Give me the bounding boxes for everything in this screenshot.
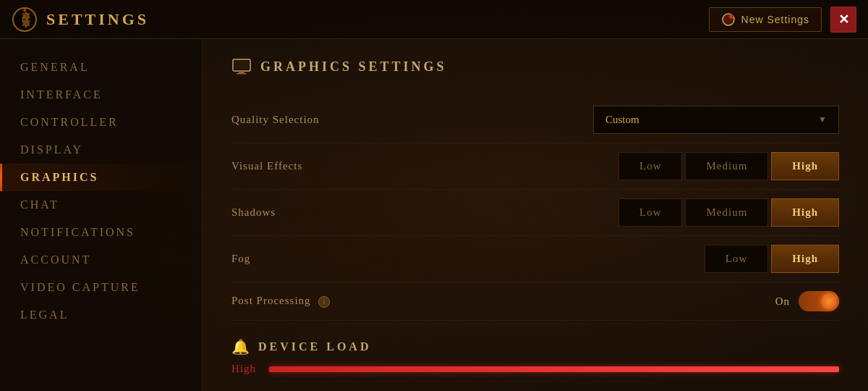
graphics-section-icon bbox=[231, 56, 252, 77]
new-settings-icon bbox=[721, 12, 736, 27]
fog-row: Fog Low High bbox=[231, 236, 839, 282]
svg-point-4 bbox=[729, 14, 733, 19]
top-bar: SETTINGS New Settings ✕ bbox=[0, 0, 868, 39]
top-bar-left: SETTINGS bbox=[12, 7, 149, 33]
sidebar-item-general[interactable]: GENERAL bbox=[0, 54, 202, 81]
fog-low-btn[interactable]: Low bbox=[705, 245, 769, 273]
quality-dropdown-value: Custom bbox=[605, 114, 639, 126]
sidebar: GENERAL INTERFACE CONTROLLER DISPLAY GRA… bbox=[0, 39, 203, 391]
svg-point-1 bbox=[22, 17, 27, 22]
visual-effects-label: Visual Effects bbox=[231, 160, 302, 172]
device-load-section: 🔔 DEVICE LOAD High bbox=[231, 338, 839, 375]
sidebar-item-account[interactable]: ACCOUNT bbox=[0, 246, 202, 274]
visual-effects-controls: Low Medium High bbox=[618, 152, 839, 180]
svg-rect-7 bbox=[239, 71, 244, 73]
shadows-high-btn[interactable]: High bbox=[771, 198, 839, 227]
svg-rect-8 bbox=[237, 73, 247, 75]
svg-rect-6 bbox=[234, 61, 249, 70]
post-processing-toggle-container: On bbox=[775, 291, 839, 311]
sidebar-item-graphics[interactable]: GRAPHICS bbox=[0, 164, 202, 191]
toggle-knob bbox=[821, 293, 837, 309]
visual-effects-row: Visual Effects Low Medium High bbox=[231, 143, 839, 190]
visual-effects-low-btn[interactable]: Low bbox=[618, 152, 683, 180]
sidebar-item-chat[interactable]: CHAT bbox=[0, 191, 202, 219]
fog-high-btn[interactable]: High bbox=[771, 245, 839, 273]
device-load-bar bbox=[269, 366, 839, 372]
device-load-header: 🔔 DEVICE LOAD bbox=[231, 338, 839, 356]
visual-effects-medium-btn[interactable]: Medium bbox=[685, 152, 768, 180]
top-bar-right: New Settings ✕ bbox=[709, 7, 856, 33]
post-processing-toggle[interactable] bbox=[799, 291, 839, 311]
sidebar-item-display[interactable]: DISPLAY bbox=[0, 136, 202, 164]
post-processing-row: Post Processing i On bbox=[231, 282, 839, 321]
section-title: GRAPHICS SETTINGS bbox=[260, 59, 447, 75]
sidebar-item-controller[interactable]: CONTROLLER bbox=[0, 109, 202, 136]
device-load-icon: 🔔 bbox=[231, 338, 250, 356]
sidebar-item-legal[interactable]: LEGAL bbox=[0, 301, 202, 329]
device-load-title: DEVICE LOAD bbox=[258, 340, 371, 353]
shadows-label: Shadows bbox=[231, 206, 276, 219]
fog-controls: Low High bbox=[705, 245, 839, 273]
quality-selection-label: Quality Selection bbox=[231, 114, 320, 126]
main-content: GENERAL INTERFACE CONTROLLER DISPLAY GRA… bbox=[0, 39, 868, 391]
fog-label: Fog bbox=[231, 253, 250, 265]
gear-icon bbox=[12, 7, 38, 33]
settings-title: SETTINGS bbox=[46, 10, 149, 29]
device-load-bar-row: High bbox=[231, 363, 839, 375]
device-load-level: High bbox=[231, 363, 258, 375]
shadows-low-btn[interactable]: Low bbox=[618, 198, 683, 227]
shadows-medium-btn[interactable]: Medium bbox=[685, 198, 768, 227]
quality-selection-row: Quality Selection Custom ▼ bbox=[231, 97, 839, 143]
post-processing-info-icon[interactable]: i bbox=[318, 296, 330, 308]
new-settings-button[interactable]: New Settings bbox=[709, 7, 822, 32]
content-area: GRAPHICS SETTINGS Quality Selection Cust… bbox=[203, 39, 868, 391]
svg-point-2 bbox=[23, 9, 26, 12]
sidebar-item-notifications[interactable]: NOTIFICATIONS bbox=[0, 219, 202, 246]
section-header: GRAPHICS SETTINGS bbox=[231, 56, 839, 77]
sidebar-item-interface[interactable]: INTERFACE bbox=[0, 81, 202, 109]
post-processing-label: Post Processing i bbox=[231, 295, 330, 308]
shadows-row: Shadows Low Medium High bbox=[231, 190, 839, 236]
toggle-on-label: On bbox=[775, 295, 790, 308]
shadows-controls: Low Medium High bbox=[618, 198, 839, 227]
visual-effects-high-btn[interactable]: High bbox=[771, 152, 839, 180]
dropdown-arrow-icon: ▼ bbox=[818, 114, 827, 125]
close-button[interactable]: ✕ bbox=[830, 7, 856, 33]
quality-dropdown[interactable]: Custom ▼ bbox=[593, 106, 839, 134]
sidebar-item-video-capture[interactable]: VIDEO CAPTURE bbox=[0, 274, 202, 301]
